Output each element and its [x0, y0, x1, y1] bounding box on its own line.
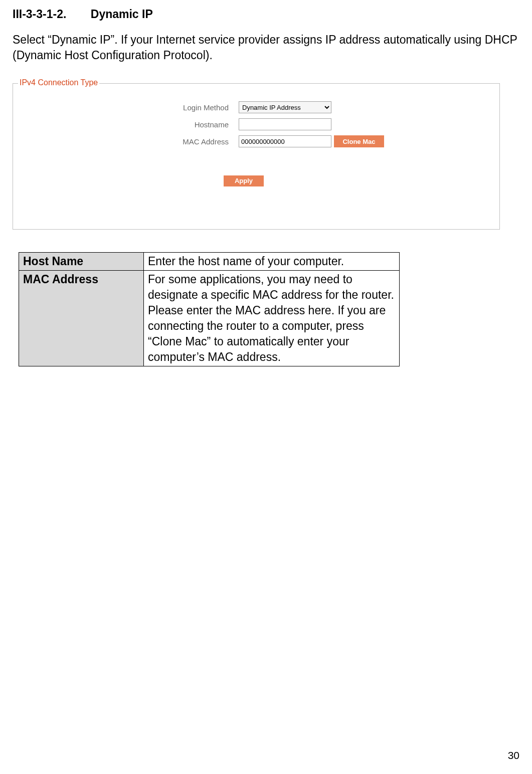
section-number: III-3-3-1-2.	[13, 8, 66, 21]
apply-button[interactable]: Apply	[224, 175, 264, 186]
hostname-desc-cell: Enter the host name of your computer.	[144, 253, 400, 271]
mac-key-cell: MAC Address	[19, 271, 144, 366]
hostname-label: Hostname	[13, 120, 239, 129]
section-title: Dynamic IP	[91, 8, 153, 21]
apply-row: Apply	[224, 172, 499, 186]
table-row: Host Name Enter the host name of your co…	[19, 253, 400, 271]
mac-address-input[interactable]	[239, 135, 331, 147]
description-table: Host Name Enter the host name of your co…	[19, 252, 400, 366]
table-row: MAC Address For some applications, you m…	[19, 271, 400, 366]
fieldset-legend: IPv4 Connection Type	[18, 78, 99, 87]
intro-paragraph: Select “Dynamic IP”. If your Internet se…	[13, 32, 519, 63]
section-heading: III-3-3-1-2. Dynamic IP	[13, 8, 519, 21]
login-method-label: Login Method	[13, 103, 239, 112]
hostname-row: Hostname	[13, 118, 499, 130]
ipv4-connection-fieldset: IPv4 Connection Type Login Method Dynami…	[13, 83, 500, 230]
mac-desc-cell: For some applications, you may need to d…	[144, 271, 400, 366]
mac-address-label: MAC Address	[13, 137, 239, 146]
page-number: 30	[508, 749, 519, 761]
mac-address-row: MAC Address Clone Mac	[13, 135, 499, 147]
login-method-select[interactable]: Dynamic IP Address	[239, 101, 331, 113]
hostname-input[interactable]	[239, 118, 331, 130]
hostname-key-cell: Host Name	[19, 253, 144, 271]
clone-mac-button[interactable]: Clone Mac	[334, 135, 384, 147]
login-method-row: Login Method Dynamic IP Address	[13, 101, 499, 113]
